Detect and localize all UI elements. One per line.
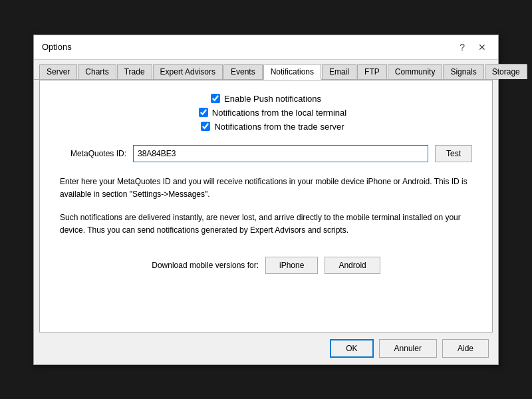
download-row: Download mobile versions for: iPhone And… xyxy=(60,257,472,274)
android-button[interactable]: Android xyxy=(325,257,380,274)
cancel-button[interactable]: Annuler xyxy=(379,339,437,358)
aide-button[interactable]: Aide xyxy=(442,339,489,358)
enable-push-label: Enable Push notifications xyxy=(224,94,321,104)
help-button[interactable]: ? xyxy=(456,41,469,54)
title-bar: Options ? ✕ xyxy=(34,35,498,60)
local-terminal-row: Notifications from the local terminal xyxy=(199,108,346,118)
trade-server-row: Notifications from the trade server xyxy=(201,122,344,132)
enable-push-checkbox[interactable] xyxy=(211,94,220,103)
footer: OK Annuler Aide xyxy=(34,332,498,364)
tab-trade[interactable]: Trade xyxy=(117,64,152,79)
tab-expert-advisors[interactable]: Expert Advisors xyxy=(153,64,223,79)
metaquotes-row: MetaQuotes ID: Test xyxy=(60,145,472,162)
metaquotes-label: MetaQuotes ID: xyxy=(60,149,126,158)
local-terminal-label: Notifications from the local terminal xyxy=(212,108,346,118)
dialog-title: Options xyxy=(42,42,72,52)
trade-server-label: Notifications from the trade server xyxy=(214,122,344,132)
metaquotes-input[interactable] xyxy=(133,145,428,162)
tab-charts[interactable]: Charts xyxy=(78,64,116,79)
options-dialog: Options ? ✕ ServerChartsTradeExpert Advi… xyxy=(33,35,499,365)
enable-push-row: Enable Push notifications xyxy=(211,94,321,104)
tab-signals[interactable]: Signals xyxy=(443,64,483,79)
local-terminal-checkbox[interactable] xyxy=(199,108,208,117)
download-label: Download mobile versions for: xyxy=(152,261,259,270)
info-text-2: Such notifications are delivered instant… xyxy=(60,211,472,237)
tab-server[interactable]: Server xyxy=(39,64,77,79)
ok-button[interactable]: OK xyxy=(330,339,373,358)
content-area: Enable Push notifications Notifications … xyxy=(39,80,493,332)
title-bar-controls: ? ✕ xyxy=(456,41,490,54)
tab-notifications[interactable]: Notifications xyxy=(263,64,321,80)
checkbox-section: Enable Push notifications Notifications … xyxy=(60,94,472,132)
tab-bar: ServerChartsTradeExpert AdvisorsEventsNo… xyxy=(34,60,498,80)
tab-ftp[interactable]: FTP xyxy=(357,64,387,79)
trade-server-checkbox[interactable] xyxy=(201,122,210,131)
test-button[interactable]: Test xyxy=(435,145,472,162)
close-button[interactable]: ✕ xyxy=(474,41,490,54)
tab-community[interactable]: Community xyxy=(388,64,443,79)
tab-events[interactable]: Events xyxy=(223,64,263,79)
iphone-button[interactable]: iPhone xyxy=(265,257,318,274)
info-text-1: Enter here your MetaQuotes ID and you wi… xyxy=(60,176,472,201)
tab-storage[interactable]: Storage xyxy=(485,64,527,79)
tab-email[interactable]: Email xyxy=(322,64,356,79)
